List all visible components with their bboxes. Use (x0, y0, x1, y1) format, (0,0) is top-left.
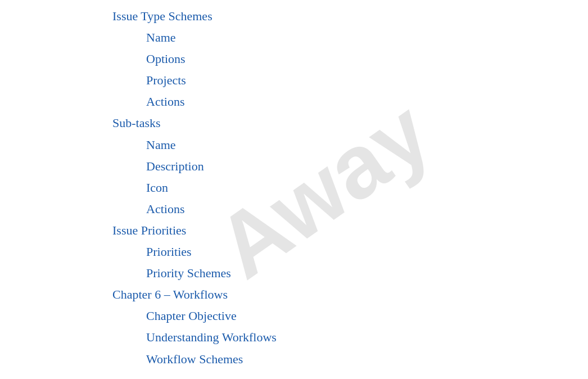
nav-link-chapter-6-workflows[interactable]: Chapter 6 – Workflows (0, 284, 588, 305)
nav-link-options-1[interactable]: Options (0, 48, 588, 70)
nav-link-projects-1[interactable]: Projects (0, 70, 588, 91)
nav-link-understanding-workflows[interactable]: Understanding Workflows (0, 327, 588, 348)
nav-link-chapter-objective[interactable]: Chapter Objective (0, 305, 588, 327)
nav-link-name-2[interactable]: Name (0, 134, 588, 156)
nav-link-sub-tasks[interactable]: Sub-tasks (0, 112, 588, 134)
navigation-content: Issue Type SchemesNameOptionsProjectsAct… (0, 0, 588, 376)
nav-link-icon-1[interactable]: Icon (0, 177, 588, 198)
nav-link-priority-schemes[interactable]: Priority Schemes (0, 263, 588, 284)
nav-link-issue-priorities[interactable]: Issue Priorities (0, 220, 588, 241)
nav-link-actions-2[interactable]: Actions (0, 198, 588, 220)
nav-link-actions-1[interactable]: Actions (0, 91, 588, 112)
nav-link-workflow-schemes[interactable]: Workflow Schemes (0, 349, 588, 370)
nav-link-description-1[interactable]: Description (0, 156, 588, 177)
nav-link-priorities[interactable]: Priorities (0, 241, 588, 263)
nav-link-issue-type-schemes[interactable]: Issue Type Schemes (0, 6, 588, 27)
nav-link-name-1[interactable]: Name (0, 27, 588, 48)
